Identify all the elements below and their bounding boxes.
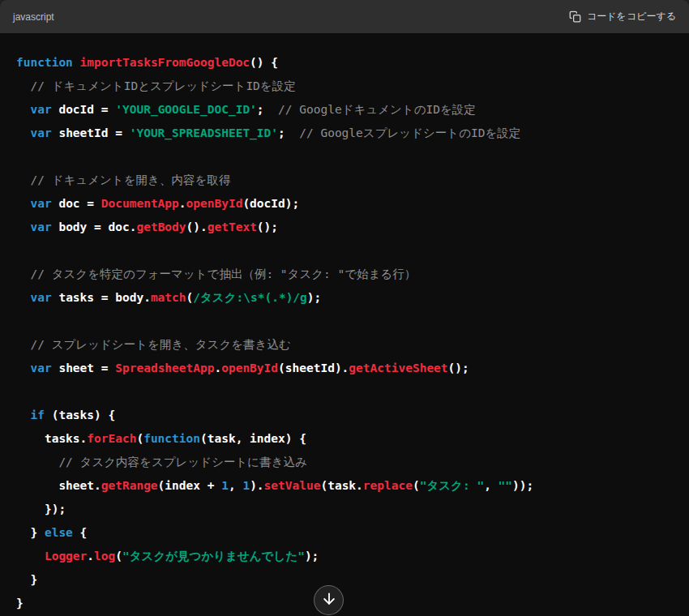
code-line: var sheetId = 'YOUR_SPREADSHEET_ID'; // …	[16, 122, 673, 145]
scroll-to-bottom-button[interactable]	[314, 585, 344, 615]
arrow-down-icon	[321, 591, 337, 610]
code-line	[16, 380, 673, 404]
code-line: sheet.getRange(index + 1, 1).setValue(ta…	[16, 474, 673, 498]
copy-code-label: コードをコピーする	[587, 10, 676, 24]
code-line: Logger.log("タスクが見つかりませんでした");	[16, 545, 673, 568]
code-line: function importTasksFromGoogleDoc() {	[16, 51, 673, 75]
code-line: // タスク内容をスプレッドシートに書き込み	[16, 451, 673, 474]
code-line: } else {	[16, 521, 673, 545]
code-line: var tasks = body.match(/タスク:\s*(.*)/g);	[16, 286, 673, 310]
code-line: // ドキュメントを開き、内容を取得	[16, 169, 673, 192]
code-line: var sheet = SpreadsheetApp.openById(shee…	[16, 357, 673, 380]
code-line: var body = doc.getBody().getText();	[16, 216, 673, 239]
code-language-label: javascript	[13, 11, 54, 23]
code-line: });	[16, 498, 673, 521]
code-block: javascript コードをコピーする function importTask…	[0, 0, 689, 616]
code-line: if (tasks) {	[16, 404, 673, 427]
code-line: }	[16, 568, 673, 592]
code-content: function importTasksFromGoogleDoc() { //…	[0, 33, 689, 616]
code-line: // タスクを特定のフォーマットで抽出（例: "タスク: "で始まる行）	[16, 263, 673, 286]
copy-icon	[569, 11, 581, 23]
code-line: }	[16, 592, 673, 615]
code-line: var doc = DocumentApp.openById(docId);	[16, 192, 673, 216]
code-line: // ドキュメントIDとスプレッドシートIDを設定	[16, 75, 673, 98]
code-line: // スプレッドシートを開き、タスクを書き込む	[16, 333, 673, 357]
copy-code-button[interactable]: コードをコピーする	[569, 10, 676, 24]
code-line: var docId = 'YOUR_GOOGLE_DOC_ID'; // Goo…	[16, 98, 673, 122]
code-line	[16, 145, 673, 169]
code-block-header: javascript コードをコピーする	[0, 0, 689, 33]
code-line	[16, 239, 673, 263]
code-line: tasks.forEach(function(task, index) {	[16, 427, 673, 451]
code-line	[16, 310, 673, 333]
code-lines-container: function importTasksFromGoogleDoc() { //…	[16, 51, 673, 615]
